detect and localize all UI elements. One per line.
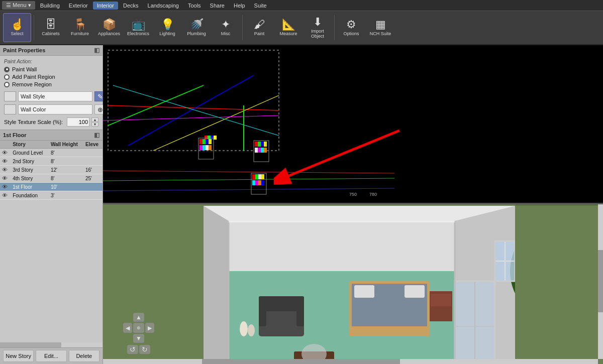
radio-remove-region[interactable]: Remove Region [4,81,98,87]
floor-row-wall-height-4: 10' [49,183,83,191]
floor-row-elevation-0 [83,149,103,157]
floor-row-story-4: 1st Floor [11,183,49,191]
menu-item-interior[interactable]: Interior [93,2,118,10]
viewport-h-scrollbar[interactable] [103,359,598,364]
wall-color-row: ⊕ [4,104,98,114]
floor-table-row[interactable]: 👁 Foundation 3' [0,191,103,200]
toolbar-import-object[interactable]: ⬇ Import Object [304,13,332,42]
floor-scroll-area[interactable]: Story Wall Height Eleve 👁 Ground Level 8… [0,141,103,342]
main-layout: Paint Properties ◧ Paint Action: Paint W… [0,45,603,364]
floor-h-scrollbar[interactable] [0,342,103,347]
menu-item-help[interactable]: Help [230,2,249,10]
svg-rect-11 [214,136,217,140]
svg-rect-89 [515,206,603,364]
floor-table-row[interactable]: 👁 3rd Story 12' 16' [0,166,103,174]
floor-row-visible-4[interactable]: 👁 [0,183,11,191]
toolbar-furniture[interactable]: 🪑 Furniture [66,13,94,42]
toolbar-select[interactable]: ☝ Select [3,13,31,42]
toolbar-misc[interactable]: ✦ Misc [212,13,240,42]
floor-col-elevation: Eleve [83,141,103,149]
menu-item-share[interactable]: Share [206,2,229,10]
nav-center-button[interactable]: ⊕ [133,323,144,333]
nav-down-button[interactable]: ▼ [133,334,144,343]
radio-paint-wall[interactable]: Paint Wall [4,66,98,72]
radio-add-paint-region[interactable]: Add Paint Region [4,74,98,80]
svg-line-2 [108,85,204,126]
menu-item-exterior[interactable]: Exterior [65,2,92,10]
floor-col-visible [0,141,11,149]
nav-left-button[interactable]: ◀ [123,323,132,333]
floor-row-elevation-5 [83,191,103,200]
menu-item-suite[interactable]: Suite [250,2,271,10]
nav-rotate-right-button[interactable]: ↻ [139,345,150,354]
nav-widget: ▲ ◀ ⊕ ▶ ▼ ↺ ↻ [123,313,154,354]
toolbar-divider-1 [34,15,34,40]
svg-line-6 [113,85,279,136]
floor-row-story-0: Ground Level [11,149,49,157]
floor-row-visible-5[interactable]: 👁 [0,191,11,200]
wall-style-input[interactable] [18,91,92,101]
options-icon: ⚙ [346,19,356,30]
floor-row-wall-height-1: 8' [49,157,83,166]
edit-icon: ✎ [97,93,103,100]
viewport[interactable]: 750 780 [103,45,603,364]
scale-up-button[interactable]: ▲ [91,117,98,122]
nav-right-button[interactable]: ▶ [145,323,154,333]
bottom-3d-view[interactable]: ▲ ◀ ⊕ ▶ ▼ ↺ ↻ [103,203,603,364]
wall-style-preview [4,91,16,101]
svg-rect-18 [203,145,206,150]
toolbar-electronics[interactable]: 📺 Electronics [124,13,152,42]
toolbar-lighting[interactable]: 💡 Lighting [153,13,181,42]
floor-row-visible-2[interactable]: 👁 [0,166,11,174]
scale-label: Style Texture Scale (%): [4,119,65,125]
radio-paint-wall-circle [4,67,10,72]
new-story-button[interactable]: New Story [3,350,34,362]
menu-item-decks[interactable]: Decks [119,2,143,10]
svg-rect-64 [431,294,451,306]
toolbar-options[interactable]: ⚙ Options [337,13,365,42]
svg-rect-27 [258,148,261,153]
svg-rect-47 [258,180,261,185]
floor-panel-collapse-icon[interactable]: ◧ [94,132,99,139]
scale-input[interactable] [67,117,89,127]
eye-icon-0: 👁 [2,150,8,156]
menu-item-landscaping[interactable]: Landscaping [144,2,183,10]
delete-button[interactable]: Delete [69,350,99,362]
nav-rotate-left-button[interactable]: ↺ [127,345,138,354]
view-splitter[interactable] [103,203,603,204]
top-view[interactable]: 750 780 [103,45,603,203]
scale-spinner: ▲ ▼ [91,117,98,127]
eye-icon-5: 👁 [2,192,8,198]
toolbar-nch-suite[interactable]: ▦ NCH Suite [366,13,394,42]
floor-row-visible-1[interactable]: 👁 [0,157,11,166]
wall-color-input[interactable] [18,104,92,114]
floor-table-row[interactable]: 👁 2nd Story 8' [0,157,103,166]
scale-down-button[interactable]: ▼ [91,122,98,127]
menu-item-tools[interactable]: Tools [184,2,205,10]
floor-row-elevation-1 [83,157,103,166]
toolbar-measure[interactable]: 📐 Measure [274,13,303,42]
toolbar-cabinets[interactable]: 🗄 Cabinets [37,13,65,42]
svg-rect-23 [258,142,261,147]
toolbar-plumbing[interactable]: 🚿 Plumbing [182,13,211,42]
toolbar-divider-3 [334,15,335,40]
room-3d-svg [103,203,603,364]
floor-table-row[interactable]: 👁 1st Floor 10' [0,183,103,191]
nav-up-button[interactable]: ▲ [133,313,144,322]
svg-rect-29 [264,148,267,153]
toolbar-appliances[interactable]: 📦 Appliances [95,13,123,42]
floor-table-row[interactable]: 👁 4th Story 8' 25' [0,174,103,183]
edit-button[interactable]: Edit... [36,350,66,362]
menu-item-menu[interactable]: ☰ Menu ▾ [2,1,35,10]
floor-col-wall-height: Wall Height [49,141,83,149]
floor-table-row[interactable]: 👁 Ground Level 8' [0,149,103,157]
viewport-v-scrollbar[interactable] [598,203,603,359]
panel-collapse-icon[interactable]: ◧ [94,47,99,54]
toolbar-paint[interactable]: 🖌 Paint [245,13,273,42]
floor-row-visible-0[interactable]: 👁 [0,149,11,157]
wall-color-preview [4,104,16,114]
floor-row-wall-height-0: 8' [49,149,83,157]
floor-row-visible-3[interactable]: 👁 [0,174,11,183]
menu-item-building[interactable]: Building [36,2,64,10]
floor-panel-title: 1st Floor [3,132,26,138]
